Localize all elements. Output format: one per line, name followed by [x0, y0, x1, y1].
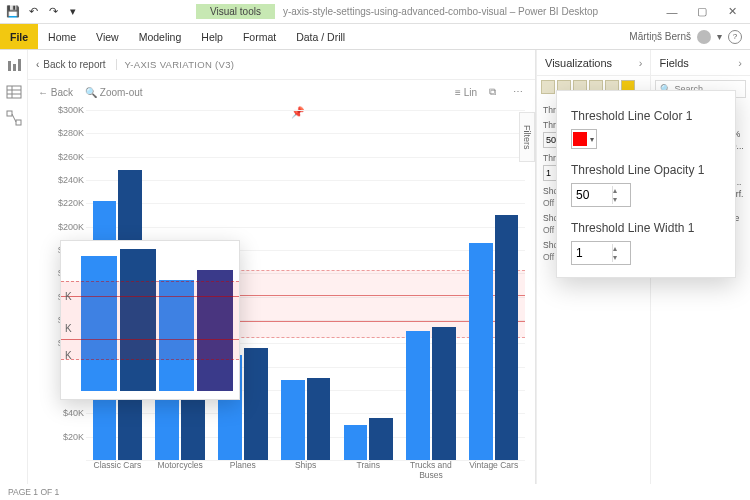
toggle-off-text: Off: [543, 198, 554, 208]
x-label: Motorcycles: [149, 460, 212, 480]
visualizations-title: Visualizations: [545, 57, 612, 69]
bar-group[interactable]: [337, 110, 400, 460]
user-name: Mārtiņš Bernš: [629, 31, 691, 42]
minimize-button[interactable]: —: [658, 2, 686, 22]
tab-view[interactable]: View: [86, 24, 129, 49]
zoom-out-button[interactable]: 🔍 Zoom-out: [85, 87, 143, 98]
x-label: Vintage Cars: [462, 460, 525, 480]
svg-rect-0: [8, 61, 11, 71]
undo-icon[interactable]: ↶: [26, 5, 40, 19]
maximize-button[interactable]: ▢: [688, 2, 716, 22]
y-tick: $280K: [58, 128, 84, 138]
tab-file[interactable]: File: [0, 24, 38, 49]
zoom-lens-overlay: K K K: [60, 240, 240, 400]
lens-tick: K: [65, 322, 72, 333]
step-up-icon[interactable]: ▴: [613, 186, 628, 195]
back-to-report-label: Back to report: [43, 59, 105, 70]
bar-group[interactable]: [462, 110, 525, 460]
svg-rect-3: [7, 86, 21, 98]
breadcrumb-bar: ‹ Back to report Y-AXIS VARIATION (V3): [28, 50, 535, 80]
avatar: [697, 30, 711, 44]
popup-color-label: Threshold Line Color 1: [571, 109, 721, 123]
viz-type-icon[interactable]: [541, 80, 555, 94]
fields-header[interactable]: Fields ›: [651, 50, 750, 76]
tab-modeling[interactable]: Modeling: [129, 24, 192, 49]
zoom-out-label: Zoom-out: [100, 87, 143, 98]
quick-access-toolbar: 💾 ↶ ↷ ▾: [0, 5, 86, 19]
y-tick: $260K: [58, 152, 84, 162]
visualizations-header[interactable]: Visualizations ›: [537, 50, 650, 76]
svg-rect-2: [18, 59, 21, 71]
status-bar: PAGE 1 OF 1: [0, 484, 750, 500]
popup-width-label: Threshold Line Width 1: [571, 221, 721, 235]
help-icon[interactable]: ?: [728, 30, 742, 44]
tab-home[interactable]: Home: [38, 24, 86, 49]
document-title: y-axis-style-settings-using-advanced-com…: [283, 6, 598, 17]
step-down-icon[interactable]: ▾: [613, 195, 628, 204]
color-dropdown-icon: ▾: [590, 135, 594, 144]
copy-icon[interactable]: ⧉: [489, 86, 501, 98]
report-canvas: ‹ Back to report Y-AXIS VARIATION (V3) ←…: [28, 50, 535, 484]
popup-opacity-stepper[interactable]: ▴▾: [571, 183, 631, 207]
contextual-tab-label: Visual tools: [196, 4, 275, 19]
close-button[interactable]: ✕: [718, 2, 746, 22]
svg-rect-1: [13, 64, 16, 71]
svg-line-9: [12, 114, 16, 122]
user-chevron-icon[interactable]: ▾: [717, 31, 722, 42]
toggle-off-text: Off: [543, 252, 554, 262]
color-swatch: [573, 132, 587, 146]
lens-tick: K: [65, 349, 72, 360]
ribbon: File Home View Modeling Help Format Data…: [0, 24, 750, 50]
bar-group[interactable]: [274, 110, 337, 460]
threshold-popup: Threshold Line Color 1 ▾ Threshold Line …: [556, 90, 736, 278]
popup-width-input[interactable]: [572, 246, 612, 260]
model-view-icon[interactable]: [6, 110, 22, 126]
window-controls: — ▢ ✕: [658, 2, 750, 22]
chevron-right-icon: ›: [738, 57, 742, 69]
titlebar: 💾 ↶ ↷ ▾ Visual tools y-axis-style-settin…: [0, 0, 750, 24]
y-tick: $20K: [63, 432, 84, 442]
report-view-icon[interactable]: [6, 58, 22, 74]
fields-title: Fields: [659, 57, 688, 69]
tab-data-drill[interactable]: Data / Drill: [286, 24, 355, 49]
popup-opacity-label: Threshold Line Opacity 1: [571, 163, 721, 177]
left-rail: [0, 50, 28, 484]
y-tick: $300K: [58, 105, 84, 115]
step-down-icon[interactable]: ▾: [613, 253, 628, 262]
bar-group[interactable]: [400, 110, 463, 460]
visual-back-label: Back: [51, 87, 73, 98]
user-area[interactable]: Mārtiņš Bernš ▾ ?: [629, 30, 750, 44]
visual-back-button[interactable]: ← Back: [38, 87, 73, 98]
filters-tab[interactable]: Filters: [519, 112, 535, 162]
x-label: Trains: [337, 460, 400, 480]
y-tick: $200K: [58, 222, 84, 232]
step-up-icon[interactable]: ▴: [613, 244, 628, 253]
save-icon[interactable]: 💾: [6, 5, 20, 19]
chevron-left-icon: ‹: [36, 59, 39, 70]
back-to-report-link[interactable]: ‹ Back to report: [36, 59, 106, 70]
toggle-off-text: Off: [543, 225, 554, 235]
y-tick: $240K: [58, 175, 84, 185]
popup-width-stepper[interactable]: ▴▾: [571, 241, 631, 265]
svg-rect-8: [16, 120, 21, 125]
tab-help[interactable]: Help: [191, 24, 233, 49]
y-tick: $40K: [63, 408, 84, 418]
x-axis: Classic Cars Motorcycles Planes Ships Tr…: [86, 460, 525, 480]
color-swatch-picker[interactable]: ▾: [571, 129, 597, 149]
qat-dropdown-icon[interactable]: ▾: [66, 5, 80, 19]
redo-icon[interactable]: ↷: [46, 5, 60, 19]
tab-format[interactable]: Format: [233, 24, 286, 49]
x-label: Planes: [211, 460, 274, 480]
y-tick: $220K: [58, 198, 84, 208]
data-view-icon[interactable]: [6, 84, 22, 100]
svg-rect-7: [7, 111, 12, 116]
x-label: Trucks and Buses: [400, 460, 463, 480]
line-label: Lin: [464, 87, 477, 98]
visual-toolbar: ← Back 🔍 Zoom-out ≡ Lin ⧉ ⋯: [28, 80, 535, 104]
page-name: Y-AXIS VARIATION (V3): [116, 59, 235, 70]
line-indicator[interactable]: ≡ Lin: [455, 87, 477, 98]
popup-opacity-input[interactable]: [572, 188, 612, 202]
document-title-area: Visual tools y-axis-style-settings-using…: [86, 4, 658, 19]
x-label: Classic Cars: [86, 460, 149, 480]
more-icon[interactable]: ⋯: [513, 86, 525, 98]
